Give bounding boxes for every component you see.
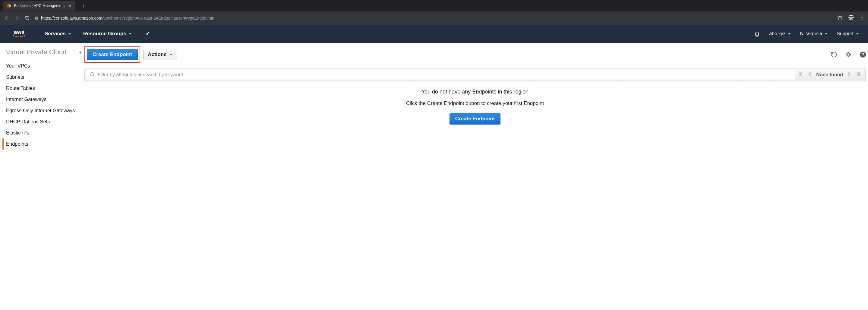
svg-text:?: ? [862,53,864,57]
empty-subheading: Click the Create Endpoint button to crea… [84,100,866,106]
pager-last-button[interactable] [856,72,861,78]
aws-header: aws Services Resource Groups abc.xyz N. … [0,25,868,43]
search-input[interactable] [98,72,792,78]
sidebar-item-endpoints[interactable]: Endpoints [2,138,79,150]
reload-button[interactable] [24,15,30,21]
region-menu[interactable]: N. Virginia [800,31,828,36]
chevron-down-icon [788,33,791,35]
svg-point-4 [852,18,853,20]
sidebar-list: Your VPCs Subnets Route Tables Internet … [6,60,79,150]
new-tab-button[interactable]: ＋ [81,2,86,9]
star-icon[interactable] [837,15,843,22]
search-icon [89,72,95,78]
content: Create Endpoint Actions ? [84,43,868,150]
chevron-down-icon [825,33,828,35]
url-path: /vpc/home?region=us-east-1#Endpoints:sor… [102,16,214,21]
empty-state: You do not have any Endpoints in this re… [84,82,866,125]
tab-bar: Endpoints | VPC Management C ✕ ＋ [0,0,868,11]
account-menu[interactable]: abc.xyz [769,31,791,36]
gear-icon [845,51,852,58]
support-menu[interactable]: Support [837,31,859,36]
actions-label: Actions [148,52,166,58]
svg-point-6 [861,17,862,18]
url-bar[interactable]: https://console.aws.amazon.com/vpc/home?… [34,16,833,21]
support-label: Support [837,31,854,36]
bell-icon [754,31,760,37]
sidebar-item-internet-gateways[interactable]: Internet Gateways [6,94,79,105]
sidebar-collapse-button[interactable] [79,43,84,150]
sidebar-item-route-tables[interactable]: Route Tables [6,83,79,94]
forward-button[interactable] [14,15,20,21]
pager-status: None found [816,72,843,78]
sidebar-item-your-vpcs[interactable]: Your VPCs [6,60,79,71]
sidebar-item-dhcp-options[interactable]: DHCP Options Sets [6,116,79,127]
close-icon[interactable]: ✕ [68,3,72,8]
help-icon: ? [860,51,866,58]
settings-button[interactable] [845,51,852,58]
actions-menu-button[interactable]: Actions [143,49,177,60]
sidebar-item-elastic-ips[interactable]: Elastic IPs [6,127,79,138]
lock-icon [34,16,39,21]
resource-groups-menu[interactable]: Resource Groups [83,31,132,37]
create-endpoint-button[interactable]: Create Endpoint [87,49,138,60]
services-label: Services [44,31,66,37]
pager-first-button[interactable] [799,72,804,78]
chevron-down-icon [856,33,859,35]
tab-title: Endpoints | VPC Management C [14,4,66,8]
chevron-down-icon [129,33,132,35]
filter-row: None found [85,68,866,82]
svg-point-5 [861,16,862,16]
resource-groups-label: Resource Groups [83,31,126,37]
aws-smile-icon [12,35,27,38]
incognito-icon[interactable] [848,15,854,22]
chevron-down-icon [169,53,173,56]
browser-tab[interactable]: Endpoints | VPC Management C ✕ [3,1,75,10]
highlight-annotation: Create Endpoint [85,46,140,63]
pager-prev-button[interactable] [808,72,812,78]
notifications-button[interactable] [754,31,760,37]
search-input-wrap[interactable] [86,70,795,80]
url-host: https://console.aws.amazon.com [41,16,102,21]
aws-logo[interactable]: aws [12,30,27,38]
region-label: N. Virginia [800,31,822,36]
sidebar-item-subnets[interactable]: Subnets [6,71,79,83]
empty-create-endpoint-button[interactable]: Create Endpoint [450,113,500,125]
svg-point-7 [861,19,862,20]
chevron-down-icon [68,33,71,35]
pager: None found [795,72,864,78]
address-bar: https://console.aws.amazon.com/vpc/home?… [0,11,868,25]
pin-icon[interactable] [145,31,150,37]
account-label: abc.xyz [769,31,785,36]
toolbar: Create Endpoint Actions ? [84,46,866,63]
browser-chrome: Endpoints | VPC Management C ✕ ＋ https:/… [0,0,868,25]
help-button[interactable]: ? [860,51,866,58]
services-menu[interactable]: Services [44,31,71,37]
sidebar-heading: Virtual Private Cloud [6,48,79,56]
sidebar-item-egress-only-igw[interactable]: Egress Only Internet Gateways [6,105,79,116]
menu-icon[interactable] [860,15,864,21]
favicon-icon [7,3,11,8]
svg-point-3 [849,18,850,20]
pager-next-button[interactable] [847,72,851,78]
main-layout: Virtual Private Cloud Your VPCs Subnets … [0,43,868,150]
empty-heading: You do not have any Endpoints in this re… [84,89,866,95]
svg-point-10 [90,73,94,76]
back-button[interactable] [4,15,10,21]
sidebar: Virtual Private Cloud Your VPCs Subnets … [0,43,79,150]
refresh-button[interactable] [831,51,837,58]
